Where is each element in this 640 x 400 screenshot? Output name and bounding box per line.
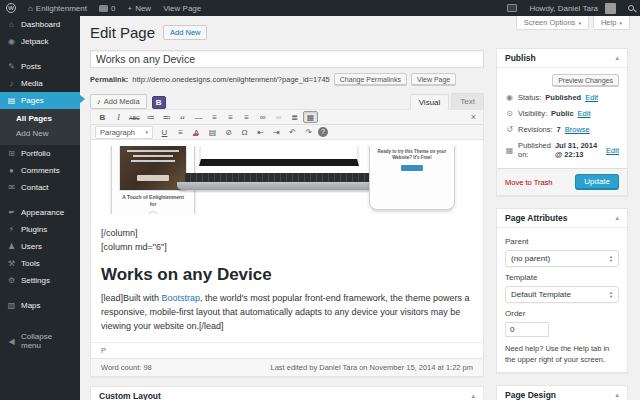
sidebar-item-appearance[interactable]: ✒ Appearance: [0, 204, 80, 221]
new-content-menu[interactable]: + New: [121, 0, 157, 16]
parent-select[interactable]: (no parent) ▲▼: [505, 250, 619, 267]
text-tab[interactable]: Text: [451, 93, 484, 109]
status-value: Published: [545, 93, 581, 102]
align-right-button[interactable]: ≡: [239, 111, 254, 123]
sidebar-item-portfolio[interactable]: ⊞ Portfolio: [0, 145, 80, 162]
sidebar-item-media[interactable]: ♪ Media: [0, 75, 80, 92]
add-media-label: Add Media: [104, 97, 140, 106]
view-page-button[interactable]: View Page: [411, 73, 456, 85]
toolbar-toggle-button[interactable]: ▦: [303, 111, 318, 123]
strikethrough-button[interactable]: ABC: [127, 111, 142, 123]
sidebar-item-posts[interactable]: ✎ Posts: [0, 58, 80, 75]
align-left-button[interactable]: ≡: [207, 111, 222, 123]
special-character-button[interactable]: Ω: [237, 126, 252, 138]
page-design-header[interactable]: Page Design ▴: [497, 386, 627, 400]
justify-button[interactable]: ≡: [173, 126, 188, 138]
bold-button[interactable]: B: [95, 111, 110, 123]
update-button[interactable]: Update: [575, 174, 619, 190]
clear-formatting-button[interactable]: ⊘: [221, 126, 236, 138]
page-attributes-header[interactable]: Page Attributes ▴: [497, 209, 627, 228]
collapse-toggle-icon[interactable]: ▴: [615, 214, 619, 222]
sidebar-item-plugins[interactable]: ⚡ Plugins: [0, 221, 80, 238]
notifications-menu[interactable]: [501, 0, 523, 16]
indent-button[interactable]: ⇥: [269, 126, 284, 138]
post-title-input[interactable]: [90, 50, 484, 68]
change-permalinks-button[interactable]: Change Permalinks: [334, 73, 407, 85]
editor-help-button[interactable]: ?: [318, 127, 328, 137]
undo-button[interactable]: ↶: [285, 126, 300, 138]
collapse-toggle-icon[interactable]: ▴: [615, 54, 619, 62]
sidebar-item-all-pages[interactable]: All Pages: [0, 111, 80, 126]
sidebar-item-jetpack[interactable]: ◉ Jetpack: [0, 33, 80, 50]
insert-link-button[interactable]: ∞: [255, 111, 270, 123]
editor-content[interactable]: A Touch of Enlightenment for A Touch of …: [91, 140, 483, 342]
sidebar-item-add-new[interactable]: Add New: [0, 126, 80, 141]
preview-changes-button[interactable]: Preview Changes: [552, 74, 619, 86]
sidebar-item-label: Posts: [21, 62, 41, 71]
sidebar-item-settings[interactable]: ⚙ Settings: [0, 272, 80, 289]
view-page-menu[interactable]: View Page: [157, 0, 207, 16]
align-center-button[interactable]: ≡: [223, 111, 238, 123]
remove-link-button[interactable]: ∞: [271, 111, 286, 123]
devices-image[interactable]: A Touch of Enlightenment for A Touch of …: [101, 146, 473, 214]
sidebar-item-contact[interactable]: ✉ Contact: [0, 179, 80, 196]
collapse-menu-button[interactable]: ◀ Collapse menu: [0, 328, 80, 354]
more-tag-button[interactable]: ≣: [287, 111, 302, 123]
admin-search[interactable]: [622, 0, 640, 16]
phone-home-button: [148, 211, 158, 215]
redo-button[interactable]: ↷: [301, 126, 316, 138]
blockquote-button[interactable]: “: [175, 111, 190, 123]
tablet-cta-button: [401, 165, 423, 171]
sidebar-item-users[interactable]: ♟ Users: [0, 238, 80, 255]
custom-layout-header[interactable]: Custom Layout ▴: [91, 387, 483, 400]
template-select-value: Default Template: [511, 290, 571, 299]
sidebar-item-comments[interactable]: ● Comments: [0, 162, 80, 179]
sidebar-item-tools[interactable]: ⚒ Tools: [0, 255, 80, 272]
numbered-list-button[interactable]: ≕: [159, 111, 174, 123]
text-color-button[interactable]: A: [189, 126, 204, 138]
paste-as-text-button[interactable]: ▤: [205, 126, 220, 138]
site-name-menu[interactable]: ⌂ Enlightenment: [22, 0, 93, 16]
select-stepper-icon: ▲▼: [609, 255, 613, 261]
last-edited: Last edited by Daniel Tara on November 1…: [271, 363, 474, 372]
move-to-trash-link[interactable]: Move to Trash: [505, 178, 553, 187]
status-label: Status:: [518, 93, 541, 102]
paragraph-format-value: Paragraph: [100, 128, 135, 137]
bootstrap-link[interactable]: Bootstrap: [162, 293, 201, 303]
distraction-free-button[interactable]: ×: [468, 112, 479, 122]
collapse-toggle-icon[interactable]: ▴: [615, 391, 619, 399]
publish-header[interactable]: Publish ▴: [497, 49, 627, 68]
edit-visibility-link[interactable]: Edit: [578, 109, 591, 118]
help-tab[interactable]: Help ▾: [593, 16, 630, 30]
collapse-toggle-icon[interactable]: ▴: [471, 392, 475, 400]
italic-button[interactable]: I: [111, 111, 126, 123]
screen-options-tab[interactable]: Screen Options ▾: [516, 16, 589, 30]
outdent-button[interactable]: ⇤: [253, 126, 268, 138]
underline-button[interactable]: U: [157, 126, 172, 138]
paragraph-format-select[interactable]: Paragraph ▾: [95, 126, 153, 139]
editor-mode-tabs: Visual Text: [410, 93, 484, 109]
order-input[interactable]: [505, 322, 549, 337]
add-new-button[interactable]: Add New: [163, 25, 207, 40]
bootstrap-shortcode-button[interactable]: B: [152, 96, 166, 109]
add-media-button[interactable]: ♪ Add Media: [90, 94, 147, 109]
template-select[interactable]: Default Template ▲▼: [505, 286, 619, 303]
browse-revisions-link[interactable]: Browse: [565, 125, 590, 134]
element-path[interactable]: P: [101, 346, 106, 355]
bulleted-list-button[interactable]: ≔: [143, 111, 158, 123]
horizontal-rule-button[interactable]: —: [191, 111, 206, 123]
wordpress-logo-menu[interactable]: W: [0, 0, 22, 16]
order-label: Order: [505, 309, 619, 318]
edit-published-link[interactable]: Edit: [606, 146, 619, 155]
my-account-menu[interactable]: Howdy, Daniel Tara: [523, 0, 622, 16]
sidebar-item-pages[interactable]: ▤ Pages: [0, 92, 80, 109]
view-page-label: View Page: [163, 4, 201, 13]
avatar: [605, 3, 616, 14]
wysiwyg-editor: B I ABC ≔ ≕ “ — ≡ ≡ ≡ ∞ ∞ ≣ ▦ ×: [90, 109, 484, 377]
visual-tab[interactable]: Visual: [410, 94, 450, 110]
comments-menu[interactable]: 0: [93, 0, 121, 16]
editor-toolbar-row1: B I ABC ≔ ≕ “ — ≡ ≡ ≡ ∞ ∞ ≣ ▦ ×: [91, 110, 483, 125]
sidebar-item-maps[interactable]: ▧ Maps: [0, 297, 80, 314]
sidebar-item-dashboard[interactable]: ⌂ Dashboard: [0, 16, 80, 33]
edit-status-link[interactable]: Edit: [585, 93, 598, 102]
